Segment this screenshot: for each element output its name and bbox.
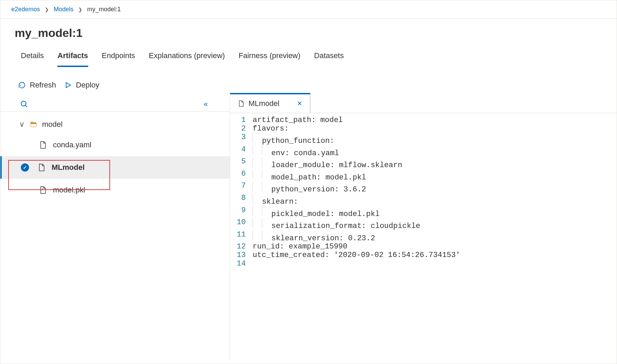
editor-panel: MLmodel ✕ 1artifact_path: model2flavors:… xyxy=(230,93,617,361)
deploy-button[interactable]: Deploy xyxy=(64,81,99,90)
file-icon xyxy=(39,141,47,149)
code-line: 8 sklearn: xyxy=(230,194,617,206)
close-icon[interactable]: ✕ xyxy=(297,100,302,107)
code-line: 11 sklearn_version: 0.23.2 xyxy=(230,230,617,243)
line-number: 10 xyxy=(230,218,253,230)
play-icon xyxy=(64,81,72,89)
breadcrumb-link-models[interactable]: Models xyxy=(54,6,73,13)
check-icon: ✓ xyxy=(21,163,29,172)
line-number: 11 xyxy=(230,230,253,243)
tab-details[interactable]: Details xyxy=(21,49,44,67)
code-line: 5 loader_module: mlflow.sklearn xyxy=(230,157,617,170)
tab-artifacts[interactable]: Artifacts xyxy=(57,49,88,67)
line-number: 7 xyxy=(230,181,253,194)
tree-file-mlmodel[interactable]: ✓ MLmodel xyxy=(0,156,230,179)
code-text: loader_module: mlflow.sklearn xyxy=(253,157,402,170)
file-icon xyxy=(37,163,45,172)
tab-bar: Details Artifacts Endpoints Explanations… xyxy=(0,43,617,67)
code-line: 6 model_path: model.pkl xyxy=(230,170,617,182)
code-text: sklearn: xyxy=(253,194,298,206)
code-text: flavors: xyxy=(253,124,289,133)
line-number: 3 xyxy=(230,133,253,145)
code-line: 4 env: conda.yaml xyxy=(230,145,617,158)
toolbar: Refresh Deploy xyxy=(0,67,617,93)
file-tree: ∨ model conda.yaml ✓ MLmodel model.pkl xyxy=(0,112,230,201)
tree-file-label: MLmodel xyxy=(52,163,85,172)
svg-point-1 xyxy=(21,101,26,106)
archive-file-icon xyxy=(39,186,47,194)
code-line: 13utc_time_created: '2020-09-02 16:54:26… xyxy=(230,251,617,259)
line-number: 4 xyxy=(230,145,253,158)
page-title: my_model:1 xyxy=(0,19,617,43)
main-split: « ∨ model conda.yaml ✓ MLmodel model.pkl xyxy=(0,93,617,361)
chevron-right-icon: ❯ xyxy=(78,7,82,12)
breadcrumb: e2edemos ❯ Models ❯ my_model:1 xyxy=(0,0,617,19)
line-number: 8 xyxy=(230,194,253,206)
tab-endpoints[interactable]: Endpoints xyxy=(102,49,135,67)
artifact-tree-panel: « ∨ model conda.yaml ✓ MLmodel model.pkl xyxy=(0,93,230,361)
code-line: 10 serialization_format: cloudpickle xyxy=(230,218,617,230)
line-number: 5 xyxy=(230,157,253,170)
code-line: 7 python_version: 3.6.2 xyxy=(230,181,617,194)
line-number: 14 xyxy=(230,259,253,268)
code-text: artifact_path: model xyxy=(253,116,343,124)
collapse-icon[interactable]: « xyxy=(204,100,208,109)
line-number: 13 xyxy=(230,251,253,259)
svg-line-2 xyxy=(25,105,27,107)
code-text: python_version: 3.6.2 xyxy=(253,181,366,194)
code-line: 2flavors: xyxy=(230,124,617,133)
code-line: 3 python_function: xyxy=(230,133,617,145)
line-number: 2 xyxy=(230,124,253,133)
code-line: 9 pickled_model: model.pkl xyxy=(230,206,617,218)
line-number: 1 xyxy=(230,116,253,124)
search-icon[interactable] xyxy=(20,100,28,108)
tree-file-label: model.pkl xyxy=(53,186,85,194)
code-editor[interactable]: 1artifact_path: model2flavors:3 python_f… xyxy=(230,113,617,268)
tab-datasets[interactable]: Datasets xyxy=(314,49,344,67)
code-line: 1artifact_path: model xyxy=(230,116,617,124)
deploy-label: Deploy xyxy=(76,81,99,90)
file-icon xyxy=(238,100,244,107)
tab-explanations[interactable]: Explanations (preview) xyxy=(149,49,225,67)
editor-tabbar: MLmodel ✕ xyxy=(230,93,310,113)
editor-tab-label: MLmodel xyxy=(249,99,279,108)
code-line: 14 xyxy=(230,259,617,268)
refresh-label: Refresh xyxy=(30,81,56,90)
svg-marker-0 xyxy=(66,83,71,88)
code-text: run_id: example_15990 xyxy=(253,242,347,251)
tab-fairness[interactable]: Fairness (preview) xyxy=(239,49,300,67)
breadcrumb-current: my_model:1 xyxy=(87,6,121,13)
line-number: 9 xyxy=(230,206,253,218)
tree-folder-label: model xyxy=(42,120,63,129)
line-number: 12 xyxy=(230,242,253,251)
tree-file-conda[interactable]: conda.yaml xyxy=(0,134,230,156)
breadcrumb-link-workspace[interactable]: e2edemos xyxy=(11,6,40,13)
folder-icon xyxy=(30,121,37,128)
code-text: utc_time_created: '2020-09-02 16:54:26.7… xyxy=(253,251,460,259)
code-text: python_function: xyxy=(253,133,334,145)
chevron-right-icon: ❯ xyxy=(45,7,49,12)
code-text: pickled_model: model.pkl xyxy=(253,206,380,218)
chevron-down-icon: ∨ xyxy=(19,120,25,129)
code-text: model_path: model.pkl xyxy=(253,170,366,182)
line-number: 6 xyxy=(230,170,253,182)
refresh-button[interactable]: Refresh xyxy=(18,81,56,90)
code-text: sklearn_version: 0.23.2 xyxy=(253,230,375,243)
tree-folder-model[interactable]: ∨ model xyxy=(0,115,230,134)
refresh-icon xyxy=(18,81,26,89)
tree-file-label: conda.yaml xyxy=(53,140,92,149)
code-line: 12run_id: example_15990 xyxy=(230,242,617,251)
code-text: env: conda.yaml xyxy=(253,145,339,158)
code-text: serialization_format: cloudpickle xyxy=(253,218,420,230)
editor-tab-mlmodel[interactable]: MLmodel ✕ xyxy=(230,94,310,113)
tree-file-modelpkl[interactable]: model.pkl xyxy=(0,179,230,201)
search-bar: « xyxy=(0,96,230,112)
